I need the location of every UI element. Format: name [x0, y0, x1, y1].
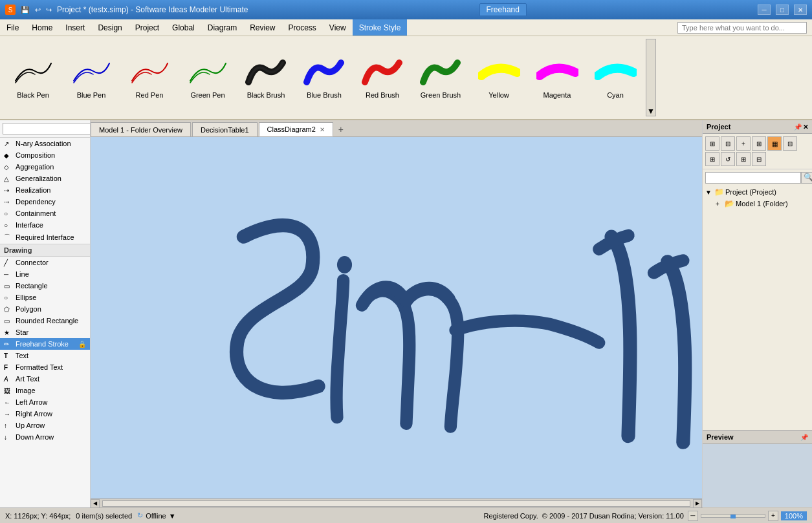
undo-button[interactable]: ↩ — [34, 5, 42, 16]
sidebar-item-up-arrow[interactable]: ↑ Up Arrow — [0, 420, 90, 431]
tree-expand-model1[interactable]: + — [716, 200, 723, 208]
sidebar-item-rounded-rect[interactable]: ▭ Rounded Rectangle — [0, 315, 90, 326]
menu-search-input[interactable] — [677, 22, 807, 34]
sidebar-item-formatted-text[interactable]: F Formatted Text — [0, 361, 90, 373]
save-button[interactable]: 💾 — [19, 5, 31, 16]
redo-button[interactable]: ↪ — [45, 5, 53, 16]
menu-global[interactable]: Global — [166, 19, 201, 36]
menu-stroke-style[interactable]: Stroke Style — [353, 19, 408, 36]
sidebar-item-generalization[interactable]: △ Generalization — [0, 173, 90, 184]
sidebar-label-interface: Interface — [16, 221, 43, 229]
stroke-green-brush[interactable]: Green Brush — [413, 54, 468, 101]
menu-project[interactable]: Project — [129, 19, 166, 36]
zoom-minus-button[interactable]: ─ — [688, 511, 698, 521]
rp-diagram-view[interactable]: ⊟ — [721, 136, 735, 151]
tab-add-button[interactable]: + — [335, 122, 347, 136]
menu-review[interactable]: Review — [243, 19, 281, 36]
image-icon: 🖼 — [4, 387, 13, 394]
sidebar-item-image[interactable]: 🖼 Image — [0, 385, 90, 396]
menu-diagram[interactable]: Diagram — [201, 19, 243, 36]
sidebar-item-connector[interactable]: ╱ Connector — [0, 257, 90, 268]
sidebar-item-text[interactable]: T Text — [0, 350, 90, 361]
menu-design[interactable]: Design — [91, 19, 128, 36]
panel-pin-button[interactable]: 📌 — [794, 123, 802, 131]
sidebar-item-freehand[interactable]: ✏ Freehand Stroke 🔒 — [0, 338, 90, 350]
green-brush-label: Green Brush — [421, 91, 461, 99]
zoom-control: ─ + 100% — [688, 511, 807, 521]
stroke-red-brush[interactable]: Red Brush — [355, 54, 410, 101]
sidebar-item-required-interface[interactable]: ⌒ Required Interface — [0, 231, 90, 244]
menu-view[interactable]: View — [323, 19, 353, 36]
sidebar-item-rectangle[interactable]: ▭ Rectangle — [0, 280, 90, 292]
sidebar-item-line[interactable]: ─ Line — [0, 268, 90, 280]
stroke-green-pen[interactable]: Green Pen — [180, 54, 236, 101]
canvas-area[interactable] — [91, 137, 702, 498]
zoom-plus-button[interactable]: + — [768, 511, 778, 521]
rp-paste-btn[interactable]: ⊟ — [752, 152, 766, 166]
hscroll-right-button[interactable]: ▶ — [693, 499, 702, 508]
menu-file[interactable]: File — [0, 19, 25, 36]
stroke-yellow[interactable]: Yellow — [471, 54, 527, 101]
stroke-blue-brush[interactable]: Blue Brush — [296, 54, 352, 101]
rp-copy-btn[interactable]: ⊞ — [736, 152, 751, 166]
rp-expand-all[interactable]: ⊞ — [705, 152, 719, 166]
minimize-button[interactable]: ─ — [758, 5, 771, 15]
tree-model1[interactable]: + 📂 Model 1 (Folder) — [703, 198, 812, 209]
close-button[interactable]: ✕ — [794, 5, 807, 15]
cyan-preview — [593, 56, 638, 89]
magenta-preview — [534, 56, 580, 89]
connector-icon: ╱ — [4, 259, 13, 266]
rp-orange-view[interactable]: ▦ — [767, 136, 782, 151]
sidebar-item-ellipse[interactable]: ○ Ellipse — [0, 292, 90, 303]
stroke-blue-pen[interactable]: Blue Pen — [63, 54, 119, 101]
polygon-icon: ⬠ — [4, 306, 13, 313]
stroke-cyan[interactable]: Cyan — [587, 54, 643, 101]
rectangle-icon: ▭ — [4, 283, 13, 290]
zoom-slider-track[interactable] — [701, 514, 765, 518]
right-panel-search-input[interactable] — [705, 172, 801, 184]
connection-dropdown-icon[interactable]: ▼ — [169, 512, 176, 520]
rp-view-toggle[interactable]: ⊞ — [705, 136, 719, 151]
menu-process[interactable]: Process — [282, 19, 323, 36]
sidebar-item-aggregation[interactable]: ◇ Aggregation — [0, 161, 90, 173]
preview-pin-icon[interactable]: 📌 — [800, 434, 808, 441]
tab-class-diagram[interactable]: ClassDiagram2 ✕ — [259, 122, 333, 136]
toolbar-scroll[interactable]: ▼ — [646, 39, 656, 116]
panel-close-icon[interactable]: ✕ — [803, 123, 808, 131]
sidebar-item-dependency[interactable]: ⤏ Dependency — [0, 196, 90, 208]
stroke-black-brush[interactable]: Black Brush — [238, 54, 294, 101]
zoom-slider-thumb[interactable] — [730, 515, 736, 518]
tab-close-button[interactable]: ✕ — [320, 126, 325, 133]
right-panel-search-icon[interactable]: 🔍 — [801, 172, 812, 184]
rp-grid-view[interactable]: ⊞ — [752, 136, 766, 151]
art-text-icon: A — [4, 376, 13, 383]
stroke-black-pen[interactable]: Black Pen — [5, 54, 61, 101]
tab-model1[interactable]: Model 1 - Folder Overview — [91, 122, 191, 136]
sidebar-item-containment[interactable]: ○ Containment — [0, 208, 90, 219]
sidebar-search-input[interactable] — [3, 123, 91, 134]
stroke-red-pen[interactable]: Red Pen — [122, 54, 177, 101]
sidebar-item-n-ary[interactable]: ↗ N-ary Association — [0, 138, 90, 149]
rp-add-button[interactable]: + — [736, 136, 751, 151]
menu-home[interactable]: Home — [25, 19, 59, 36]
sidebar-item-left-arrow[interactable]: ← Left Arrow — [0, 396, 90, 408]
sidebar-item-down-arrow[interactable]: ↓ Down Arrow — [0, 431, 90, 443]
sidebar-item-star[interactable]: ★ Star — [0, 326, 90, 338]
rp-refresh[interactable]: ↺ — [721, 152, 735, 166]
tree-expand-root[interactable]: ▼ — [705, 189, 713, 196]
sidebar-item-composition[interactable]: ◆ Composition — [0, 149, 90, 161]
sidebar-item-art-text[interactable]: A Art Text — [0, 373, 90, 385]
red-pen-label: Red Pen — [136, 91, 164, 99]
sidebar-item-right-arrow[interactable]: → Right Arrow — [0, 408, 90, 420]
maximize-button[interactable]: □ — [776, 5, 789, 15]
sidebar-item-realization[interactable]: ⇢ Realization — [0, 184, 90, 196]
hscroll-track[interactable] — [102, 500, 690, 507]
hscroll-left-button[interactable]: ◀ — [91, 499, 100, 508]
stroke-magenta[interactable]: Magenta — [529, 54, 585, 101]
rp-collapse-all[interactable]: ⊟ — [783, 136, 797, 151]
tree-root[interactable]: ▼ 📁 Project (Project) — [703, 186, 812, 198]
sidebar-item-interface[interactable]: ○ Interface — [0, 219, 90, 231]
sidebar-item-polygon[interactable]: ⬠ Polygon — [0, 303, 90, 315]
menu-insert[interactable]: Insert — [59, 19, 91, 36]
tab-decision-table[interactable]: DecisionTable1 — [192, 122, 258, 136]
